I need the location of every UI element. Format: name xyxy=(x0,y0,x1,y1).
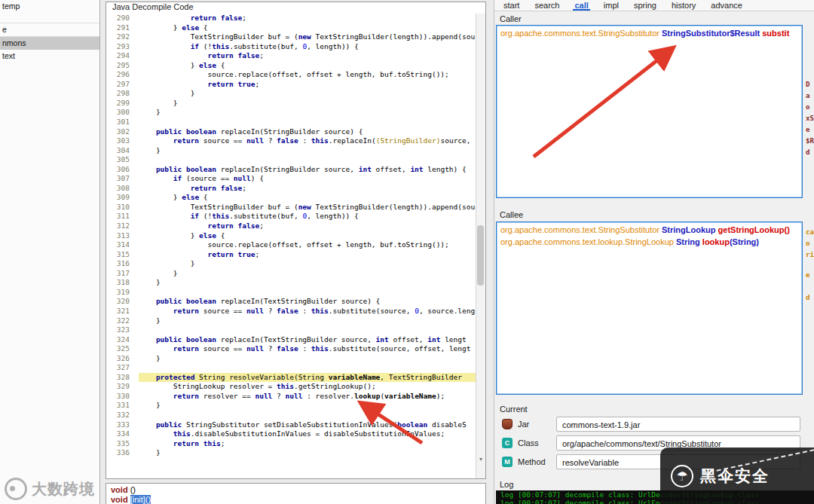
tab-search[interactable]: search xyxy=(533,1,561,11)
text-token: ); xyxy=(436,392,445,400)
code-line[interactable]: public boolean replaceIn(TextStringBuild… xyxy=(139,335,476,345)
tab-start[interactable]: start xyxy=(502,1,521,11)
code-scrollbar[interactable]: ▾ xyxy=(476,14,485,478)
code-line[interactable]: return this; xyxy=(139,439,476,449)
code-line[interactable]: } xyxy=(139,146,476,156)
code-line[interactable]: if (!this.substitute(buf, 0, length)) { xyxy=(139,212,476,221)
code-line[interactable]: } xyxy=(139,259,476,269)
method-list-item[interactable]: void [init]() xyxy=(106,495,485,504)
code-line[interactable]: } else { xyxy=(139,61,476,71)
text-token: ; xyxy=(259,221,264,230)
tab-history[interactable]: history xyxy=(670,1,697,11)
line-number: 308 xyxy=(106,184,130,194)
code-line[interactable]: return source == null ? false : this.rep… xyxy=(139,136,476,146)
indent xyxy=(139,316,156,325)
text-token: (String) xyxy=(730,237,759,246)
indent xyxy=(139,23,173,32)
code-line[interactable]: if (source == null) { xyxy=(139,174,476,184)
code-line[interactable]: TextStringBuilder buf = (new TextStringB… xyxy=(139,32,476,42)
code-lines[interactable]: return false; } else { TextStringBuilder… xyxy=(134,14,476,478)
text-token: ; xyxy=(255,250,259,258)
code-line[interactable]: source.replace(offset, offset + length, … xyxy=(139,240,476,250)
sidebar-item-e[interactable]: e xyxy=(0,23,99,37)
callee-entry[interactable]: org.apache.commons.text.lookup.StringLoo… xyxy=(497,236,802,248)
code-line[interactable] xyxy=(139,118,476,127)
code-line[interactable]: } xyxy=(139,354,476,364)
indent xyxy=(139,14,191,22)
code-line[interactable]: StringLookup resolver = this.getStringLo… xyxy=(139,382,476,392)
line-number: 302 xyxy=(106,127,130,137)
code-line[interactable]: } else { xyxy=(139,231,476,241)
current-value-field[interactable]: commons-text-1.9.jar xyxy=(556,417,800,432)
code-line[interactable]: TextStringBuilder buf = (new TextStringB… xyxy=(139,203,476,212)
indent xyxy=(139,439,173,447)
text-token: } xyxy=(191,89,195,97)
code-line[interactable]: public boolean replaceIn(StringBuilder s… xyxy=(139,127,476,137)
code-line[interactable] xyxy=(139,155,476,165)
text-token: replaceIn(StringBuilder source) { xyxy=(216,127,363,136)
code-line[interactable]: } else { xyxy=(139,23,476,33)
text-token: public boolean xyxy=(156,165,216,173)
text-token: if xyxy=(191,42,199,50)
code-line[interactable]: source.replace(offset, offset + length, … xyxy=(139,70,476,80)
sidebar: tempenmonstext xyxy=(0,0,100,504)
indent xyxy=(139,42,191,50)
text-token: offset, xyxy=(372,165,410,173)
line-number: 298 xyxy=(106,89,130,99)
code-line[interactable]: } xyxy=(139,448,476,458)
code-line[interactable]: return resolver == null ? null : resolve… xyxy=(139,392,476,402)
text-token: : resolver. xyxy=(302,392,354,400)
code-line[interactable]: public boolean replaceIn(TextStringBuild… xyxy=(139,297,476,307)
code-line[interactable]: } xyxy=(139,99,476,108)
callee-entry[interactable]: org.apache.commons.text.StringSubstituto… xyxy=(497,224,802,236)
scrollbar-down-arrow-icon[interactable]: ▾ xyxy=(476,456,485,463)
scrollbar-thumb[interactable] xyxy=(477,225,484,286)
sidebar-item-text[interactable]: text xyxy=(0,50,99,63)
code-line[interactable]: return false; xyxy=(139,51,476,61)
code-line[interactable]: return false; xyxy=(139,184,476,194)
sidebar-item-nmons[interactable]: nmons xyxy=(0,37,99,50)
code-line[interactable] xyxy=(139,325,476,335)
code-line[interactable] xyxy=(139,288,476,298)
indent xyxy=(139,136,173,145)
tab-spring[interactable]: spring xyxy=(632,1,658,11)
code-line[interactable]: this.disableSubstitutionInValues = disab… xyxy=(139,429,476,439)
caller-list[interactable]: org.apache.commons.text.StringSubstituto… xyxy=(496,25,803,198)
code-line[interactable]: public StringSubstitutor setDisableSubst… xyxy=(139,420,476,430)
code-line[interactable]: public boolean replaceIn(StringBuilder s… xyxy=(139,165,476,175)
code-line[interactable]: return false; xyxy=(139,221,476,231)
umbrella-logo-icon xyxy=(671,465,693,487)
clipped-text-fragment: d xyxy=(806,148,814,156)
method-list-item[interactable]: void () xyxy=(106,485,485,495)
code-line[interactable]: } xyxy=(139,278,476,288)
code-line[interactable]: return true; xyxy=(139,250,476,260)
code-line[interactable]: } xyxy=(139,89,476,99)
code-line[interactable]: return false; xyxy=(139,14,476,23)
code-line[interactable]: } else { xyxy=(139,193,476,203)
code-line[interactable]: if (!this.substitute(buf, 0, length)) { xyxy=(139,42,476,52)
tab-call[interactable]: call xyxy=(573,1,589,11)
code-editor[interactable]: 2902912922932942952962972982993003013023… xyxy=(106,14,485,478)
indent xyxy=(139,174,173,182)
line-number: 292 xyxy=(106,32,130,42)
text-token: .replaceIn( xyxy=(329,136,376,145)
code-line[interactable]: return true; xyxy=(139,80,476,90)
code-line[interactable]: } xyxy=(139,401,476,411)
callee-title: Callee xyxy=(500,210,523,219)
tab-impl[interactable]: impl xyxy=(602,1,620,11)
text-token: ; xyxy=(242,14,246,22)
line-number: 293 xyxy=(106,42,130,52)
code-line[interactable]: return source == null ? false : this.sub… xyxy=(139,344,476,354)
code-line[interactable]: } xyxy=(139,316,476,326)
code-line[interactable]: } xyxy=(139,108,476,118)
code-line[interactable]: } xyxy=(139,269,476,279)
sidebar-item-temp[interactable]: temp xyxy=(0,0,99,23)
callee-list[interactable]: org.apache.commons.text.StringSubstituto… xyxy=(496,221,803,395)
code-line[interactable] xyxy=(139,363,476,373)
clipped-text-fragment: o xyxy=(806,240,814,247)
code-line[interactable]: protected String resolveVariable(String … xyxy=(139,373,476,383)
code-line[interactable] xyxy=(139,411,476,420)
caller-entry[interactable]: org.apache.commons.text.StringSubstituto… xyxy=(497,27,802,39)
tab-advance[interactable]: advance xyxy=(709,1,744,11)
code-line[interactable]: return source == null ? false : this.sub… xyxy=(139,307,476,316)
